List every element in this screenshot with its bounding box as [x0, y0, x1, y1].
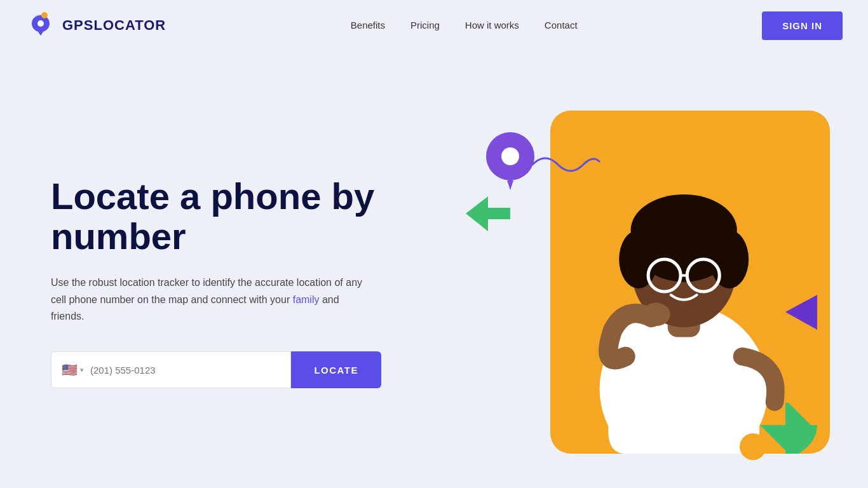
- hero-description: Use the robust location tracker to ident…: [51, 274, 369, 325]
- green-semicircle-decoration: [760, 403, 817, 454]
- nav-links: Benefits Pricing How it works Contact: [351, 20, 578, 31]
- hero-title: Locate a phone by number: [51, 176, 472, 257]
- location-pin-icon: [485, 130, 536, 190]
- sign-in-button[interactable]: SIGN IN: [762, 11, 843, 40]
- nav-item-pricing[interactable]: Pricing: [410, 20, 440, 31]
- svg-marker-5: [466, 196, 510, 231]
- logo-text: GPSLocator: [62, 17, 166, 34]
- phone-input-wrapper[interactable]: 🇺🇸 ▾: [51, 351, 291, 388]
- svg-point-16: [642, 302, 670, 326]
- phone-input[interactable]: [90, 365, 280, 376]
- hero-illustration: [472, 98, 817, 466]
- navbar: GPSLocator Benefits Pricing How it works…: [0, 0, 868, 51]
- nav-item-how-it-works[interactable]: How it works: [465, 20, 519, 31]
- hero-content: Locate a phone by number Use the robust …: [51, 176, 472, 389]
- hero-section: Locate a phone by number Use the robust …: [0, 51, 868, 488]
- arrow-left-icon: [466, 196, 510, 231]
- svg-point-1: [37, 20, 44, 27]
- squiggle-decoration: [526, 149, 602, 180]
- nav-item-benefits[interactable]: Benefits: [351, 20, 385, 31]
- highlight-family: family: [293, 294, 320, 305]
- nav-item-contact[interactable]: Contact: [545, 20, 578, 31]
- svg-marker-17: [785, 295, 817, 330]
- yellow-ball-decoration: [740, 433, 766, 460]
- svg-point-4: [501, 147, 519, 165]
- phone-input-row: 🇺🇸 ▾ LOCATE: [51, 351, 381, 388]
- logo-icon: [25, 10, 56, 41]
- logo[interactable]: GPSLocator: [25, 10, 166, 41]
- flag-icon: 🇺🇸: [62, 362, 78, 377]
- locate-button[interactable]: LOCATE: [291, 351, 381, 388]
- purple-triangle-decoration: [785, 295, 817, 330]
- flag-caret-icon: ▾: [80, 366, 84, 374]
